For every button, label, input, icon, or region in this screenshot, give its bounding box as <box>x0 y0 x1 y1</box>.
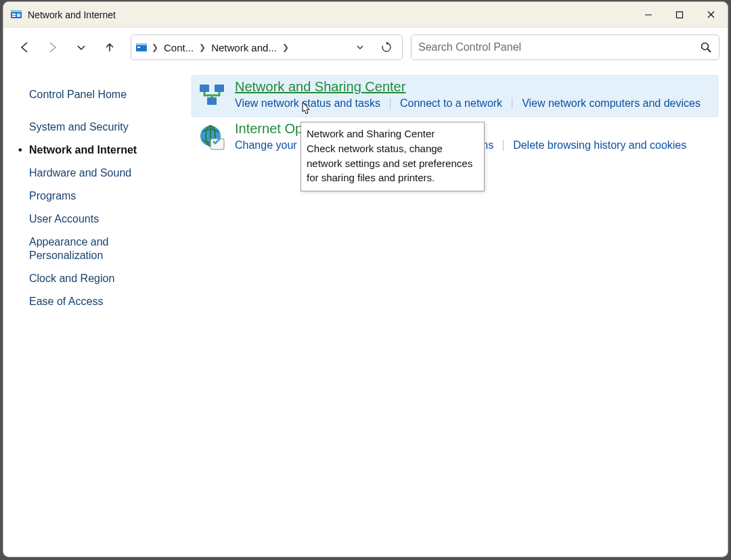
search-box[interactable] <box>411 34 719 60</box>
tooltip-title: Network and Sharing Center <box>307 126 479 141</box>
window-title: Network and Internet <box>28 9 116 20</box>
recent-locations-button[interactable] <box>68 34 94 60</box>
sidebar-item-programs[interactable]: Programs <box>29 185 185 208</box>
sidebar: Control Panel HomeSystem and SecurityNet… <box>9 74 192 551</box>
sidebar-item-hardware-and-sound[interactable]: Hardware and Sound <box>29 162 185 185</box>
minimize-button[interactable] <box>633 4 664 26</box>
svg-rect-2 <box>12 14 16 15</box>
svg-rect-6 <box>677 11 683 18</box>
sidebar-item-network-and-internet[interactable]: Network and Internet <box>29 139 185 162</box>
address-dropdown-button[interactable] <box>351 36 370 59</box>
svg-point-12 <box>702 43 709 50</box>
search-input[interactable] <box>418 41 700 53</box>
svg-rect-16 <box>207 97 217 105</box>
refresh-button[interactable] <box>375 36 398 59</box>
tooltip: Network and Sharing Center Check network… <box>301 122 485 191</box>
network-sharing-icon[interactable] <box>197 80 227 110</box>
sidebar-item-system-and-security[interactable]: System and Security <box>29 116 185 139</box>
address-bar[interactable]: ❯ Cont... ❯ Network and... ❯ <box>131 34 403 60</box>
svg-rect-1 <box>11 10 22 12</box>
control-panel-icon <box>10 9 22 21</box>
category-network-and-sharing-center: Network and Sharing CenterView network s… <box>192 75 718 117</box>
chevron-right-icon[interactable]: ❯ <box>281 43 290 52</box>
svg-rect-10 <box>136 43 147 45</box>
svg-rect-11 <box>137 47 140 48</box>
back-button[interactable] <box>12 34 37 60</box>
svg-rect-14 <box>200 85 209 92</box>
task-link[interactable]: Delete browsing history and cookies <box>513 139 686 151</box>
toolbar: ❯ Cont... ❯ Network and... ❯ <box>3 28 728 67</box>
svg-rect-3 <box>12 16 16 17</box>
sidebar-item-clock-and-region[interactable]: Clock and Region <box>29 267 185 290</box>
maximize-button[interactable] <box>664 4 695 26</box>
svg-rect-4 <box>17 14 20 17</box>
titlebar: Network and Internet <box>3 2 728 28</box>
task-link[interactable]: View network computers and devices <box>522 97 701 110</box>
task-link[interactable]: Connect to a network <box>400 97 502 110</box>
tooltip-body: Check network status, change network set… <box>307 141 479 185</box>
task-link[interactable]: View network status and tasks <box>235 97 380 110</box>
breadcrumb-root[interactable]: Cont... <box>161 42 196 53</box>
internet-options-icon[interactable] <box>197 122 227 152</box>
sidebar-item-ease-of-access[interactable]: Ease of Access <box>29 290 185 313</box>
sidebar-item-appearance-and-personalization[interactable]: Appearance and Personalization <box>29 231 185 267</box>
up-button[interactable] <box>97 34 123 60</box>
search-icon[interactable] <box>700 41 712 53</box>
chevron-right-icon[interactable]: ❯ <box>198 43 207 52</box>
breadcrumb-current[interactable]: Network and... <box>208 42 280 53</box>
location-icon <box>135 41 149 53</box>
svg-rect-15 <box>215 85 224 92</box>
window: Network and Internet <box>3 1 728 557</box>
svg-line-13 <box>708 49 711 53</box>
category-title[interactable]: Network and Sharing Center <box>235 79 713 95</box>
sidebar-item-control-panel-home[interactable]: Control Panel Home <box>29 83 185 106</box>
sidebar-item-user-accounts[interactable]: User Accounts <box>29 208 185 231</box>
forward-button[interactable] <box>40 34 66 60</box>
chevron-right-icon[interactable]: ❯ <box>150 43 160 52</box>
close-button[interactable] <box>695 4 726 26</box>
